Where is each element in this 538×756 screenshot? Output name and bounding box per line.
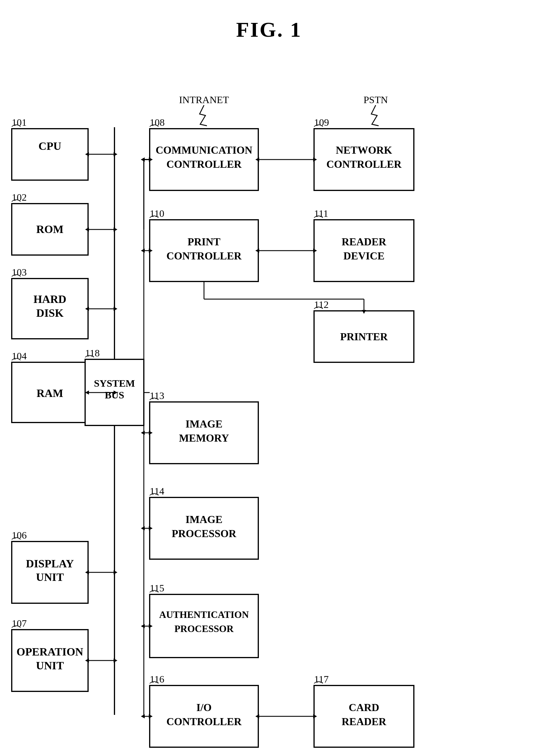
- svg-marker-111: [141, 624, 145, 628]
- svg-text:117: 117: [314, 674, 329, 685]
- svg-marker-88: [313, 158, 317, 161]
- svg-text:116: 116: [150, 674, 164, 685]
- svg-marker-73: [85, 227, 89, 231]
- svg-marker-71: [114, 152, 117, 156]
- svg-marker-127: [255, 714, 259, 719]
- svg-marker-115: [114, 659, 117, 662]
- svg-text:109: 109: [314, 117, 329, 128]
- svg-text:113: 113: [150, 390, 164, 401]
- svg-text:HARD: HARD: [33, 293, 66, 305]
- svg-text:SYSTEM: SYSTEM: [94, 378, 135, 389]
- svg-marker-114: [85, 659, 89, 662]
- svg-rect-9: [12, 279, 88, 339]
- svg-marker-97: [149, 158, 153, 161]
- svg-text:DEVICE: DEVICE: [344, 250, 385, 262]
- svg-marker-79: [85, 391, 89, 395]
- svg-rect-47: [150, 402, 258, 464]
- svg-text:108: 108: [150, 117, 165, 128]
- svg-marker-100: [149, 249, 153, 253]
- svg-rect-13: [12, 362, 88, 422]
- svg-marker-99: [141, 249, 145, 253]
- svg-marker-103: [149, 431, 153, 435]
- svg-marker-106: [149, 526, 153, 530]
- svg-marker-74: [114, 227, 117, 231]
- svg-rect-20: [12, 541, 88, 603]
- svg-marker-87: [255, 158, 259, 161]
- svg-rect-63: [314, 685, 414, 747]
- svg-rect-6: [12, 204, 88, 255]
- svg-text:CONTROLLER: CONTROLLER: [166, 158, 242, 170]
- svg-text:ROM: ROM: [36, 223, 64, 235]
- svg-marker-70: [85, 152, 89, 156]
- svg-marker-109: [114, 570, 117, 574]
- svg-marker-77: [114, 307, 117, 311]
- svg-text:PSTN: PSTN: [363, 94, 388, 105]
- svg-text:I/O: I/O: [196, 702, 212, 714]
- svg-marker-120: [255, 249, 259, 253]
- svg-text:103: 103: [12, 267, 27, 278]
- svg-marker-125: [362, 310, 366, 314]
- diagram: CPU 101 ROM 102 HARD DISK 103 RAM 104 SY…: [0, 60, 538, 756]
- svg-text:118: 118: [85, 347, 100, 358]
- svg-marker-83: [149, 158, 153, 161]
- svg-text:COMMUNICATION: COMMUNICATION: [156, 144, 252, 156]
- svg-text:107: 107: [12, 618, 27, 629]
- svg-rect-24: [12, 630, 88, 691]
- svg-marker-102: [141, 431, 145, 435]
- svg-text:106: 106: [12, 530, 27, 540]
- svg-rect-3: [12, 129, 88, 180]
- svg-rect-16: [85, 359, 144, 425]
- svg-text:104: 104: [12, 350, 27, 361]
- svg-text:INTRANET: INTRANET: [179, 94, 229, 105]
- svg-text:UNIT: UNIT: [36, 571, 64, 583]
- svg-text:DISPLAY: DISPLAY: [26, 557, 74, 570]
- svg-marker-90: [141, 158, 145, 161]
- svg-text:NETWORK: NETWORK: [336, 144, 392, 156]
- svg-marker-112: [149, 624, 153, 628]
- svg-marker-91: [149, 158, 153, 161]
- svg-rect-32: [314, 129, 414, 190]
- svg-marker-108: [85, 570, 89, 574]
- svg-text:112: 112: [314, 299, 329, 310]
- svg-marker-118: [149, 714, 153, 719]
- svg-rect-59: [150, 685, 258, 747]
- svg-text:IMAGE: IMAGE: [186, 514, 223, 525]
- svg-marker-96: [141, 158, 145, 161]
- svg-marker-76: [85, 307, 89, 311]
- svg-text:DISK: DISK: [36, 307, 64, 319]
- svg-marker-80: [114, 391, 117, 395]
- svg-marker-105: [141, 526, 145, 530]
- svg-text:CONTROLLER: CONTROLLER: [166, 250, 242, 262]
- svg-rect-40: [314, 220, 414, 282]
- svg-text:READER: READER: [342, 716, 387, 727]
- svg-text:MEMORY: MEMORY: [179, 432, 229, 444]
- svg-text:114: 114: [150, 486, 164, 497]
- svg-text:OPERATION: OPERATION: [17, 646, 83, 658]
- svg-rect-36: [150, 220, 258, 282]
- svg-marker-82: [141, 158, 145, 161]
- svg-text:110: 110: [150, 208, 164, 219]
- svg-rect-28: [150, 129, 258, 190]
- svg-text:BUS: BUS: [105, 390, 124, 401]
- svg-text:CONTROLLER: CONTROLLER: [166, 716, 242, 727]
- svg-text:115: 115: [150, 583, 164, 594]
- svg-text:PRINT: PRINT: [188, 236, 220, 248]
- svg-text:PROCESSOR: PROCESSOR: [174, 623, 234, 634]
- svg-text:UNIT: UNIT: [36, 659, 64, 672]
- svg-text:READER: READER: [342, 236, 387, 248]
- svg-text:AUTHENTICATION: AUTHENTICATION: [159, 609, 249, 620]
- svg-text:CPU: CPU: [38, 140, 61, 152]
- svg-text:PRINTER: PRINTER: [340, 331, 388, 343]
- svg-text:CARD: CARD: [349, 702, 379, 714]
- svg-marker-121: [313, 249, 317, 253]
- svg-rect-55: [150, 595, 258, 658]
- svg-text:111: 111: [314, 208, 328, 219]
- svg-text:CONTROLLER: CONTROLLER: [326, 158, 402, 170]
- svg-marker-117: [141, 714, 145, 719]
- svg-text:PROCESSOR: PROCESSOR: [172, 528, 237, 539]
- svg-text:IMAGE: IMAGE: [186, 418, 223, 430]
- page-title: FIG. 1: [0, 0, 538, 60]
- svg-text:102: 102: [12, 192, 27, 203]
- svg-rect-44: [314, 311, 414, 362]
- svg-text:RAM: RAM: [37, 387, 63, 399]
